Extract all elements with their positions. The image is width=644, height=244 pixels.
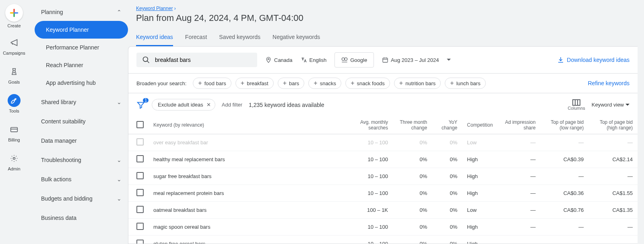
row-checkbox[interactable] — [136, 155, 144, 162]
broaden-chip[interactable]: +food bars — [193, 78, 231, 89]
column-header[interactable]: Avg. monthly searches — [350, 116, 393, 134]
sidebar-group-bulk-actions[interactable]: Bulk actions⌄ — [35, 170, 128, 188]
cell-three-month: 0% — [393, 168, 432, 185]
page-title: Plan from Aug 24, 2024, 4 PM, GMT-04:00 — [128, 13, 644, 29]
row-checkbox[interactable] — [136, 138, 144, 146]
cell-searches: 10 – 100 — [350, 236, 393, 244]
table-row[interactable]: oatmeal breakfast bars 100 – 1K 0% 0% Lo… — [128, 202, 638, 219]
search-input[interactable] — [155, 57, 252, 63]
broaden-chip[interactable]: +snacks — [308, 78, 341, 89]
tab-forecast[interactable]: Forecast — [185, 29, 207, 46]
cell-competition: Low — [462, 134, 497, 151]
filter-button[interactable]: 1 — [136, 100, 145, 109]
sidebar-item-keyword-planner[interactable]: Keyword Planner — [35, 21, 128, 39]
row-checkbox[interactable] — [136, 240, 144, 244]
broaden-chip[interactable]: +snack foods — [345, 78, 390, 89]
column-header[interactable]: Competition — [462, 116, 497, 134]
table-row[interactable]: meal replacement protein bars 10 – 100 0… — [128, 185, 638, 202]
cell-bid-low: — — [541, 236, 589, 244]
create-button[interactable] — [5, 4, 23, 22]
cell-competition: High — [462, 185, 497, 202]
sidebar-item-label: Keyword Planner — [46, 27, 89, 33]
broaden-chip[interactable]: +lunch bars — [445, 78, 485, 89]
sidebar-group-planning[interactable]: Planning⌃ — [35, 3, 128, 21]
svg-point-1 — [15, 98, 16, 99]
refine-button[interactable]: Refine keywords — [588, 80, 630, 86]
column-header[interactable]: Keyword (by relevance) — [149, 116, 350, 134]
sidebar-item-performance-planner[interactable]: Performance Planner — [35, 39, 128, 56]
date-range-selector[interactable]: Aug 2023 – Jul 2024 — [382, 57, 451, 63]
sidebar-group-business-data[interactable]: Business data — [35, 209, 128, 227]
sidebar-group-label: Troubleshooting — [41, 157, 81, 163]
language-selector[interactable]: English — [301, 57, 327, 63]
search-box[interactable] — [136, 53, 257, 67]
sidebar-group-content-suitability[interactable]: Content suitability — [35, 113, 128, 130]
row-checkbox[interactable] — [136, 223, 144, 230]
table-wrap[interactable]: Keyword (by relevance)Avg. monthly searc… — [128, 116, 638, 244]
sidebar-item-label: Reach Planner — [46, 62, 83, 68]
chip-label: food bars — [204, 80, 226, 86]
table-row[interactable]: magic spoon cereal bars 10 – 100 0% 0% H… — [128, 219, 638, 236]
applied-filter-label: Exclude adult ideas — [158, 102, 203, 108]
svg-point-8 — [342, 58, 345, 61]
sidebar-group-budgets-and-bidding[interactable]: Budgets and bidding⌄ — [35, 190, 128, 207]
column-header[interactable]: Top of page bid (low range) — [541, 116, 589, 134]
rail-item-billing[interactable]: Billing — [3, 123, 25, 142]
chip-label: breakfast — [247, 80, 268, 86]
row-checkbox[interactable] — [136, 172, 144, 179]
broaden-chip[interactable]: +bars — [278, 78, 305, 89]
add-filter-button[interactable]: Add filter — [222, 102, 242, 108]
sidebar-item-reach-planner[interactable]: Reach Planner — [35, 56, 128, 74]
rail-item-label: Campaigns — [3, 51, 25, 55]
table-row[interactable]: sugar free breakfast bars 10 – 100 0% 0%… — [128, 168, 638, 185]
cell-impression: — — [497, 185, 540, 202]
column-header[interactable]: Three month change — [393, 116, 432, 134]
sidebar-group-label: Shared library — [41, 99, 76, 105]
select-all-checkbox[interactable] — [136, 121, 144, 128]
goals-icon — [8, 65, 21, 78]
broaden-chip[interactable]: +nutrition bars — [394, 78, 441, 89]
applied-filter-chip[interactable]: Exclude adult ideas ✕ — [152, 99, 215, 111]
location-selector[interactable]: Canada — [265, 57, 293, 63]
chevron-up-icon: ⌃ — [117, 9, 122, 15]
sidebar-group-shared-library[interactable]: Shared library⌄ — [35, 93, 128, 111]
location-label: Canada — [274, 57, 293, 63]
svg-rect-11 — [383, 58, 388, 62]
view-selector[interactable]: Keyword view — [592, 102, 630, 108]
download-button[interactable]: Download keyword ideas — [557, 56, 630, 64]
rail-item-admin[interactable]: Admin — [3, 152, 25, 171]
sidebar-group-data-manager[interactable]: Data manager — [35, 132, 128, 150]
breadcrumb-link[interactable]: Keyword Planner — [136, 6, 173, 11]
tab-saved-keywords[interactable]: Saved keywords — [219, 29, 260, 46]
close-icon[interactable]: ✕ — [206, 102, 211, 108]
broaden-chip[interactable]: +breakfast — [235, 78, 274, 89]
refine-label: Refine keywords — [588, 80, 630, 86]
column-header[interactable]: Ad impression share — [497, 116, 540, 134]
cell-yoy: 0% — [432, 185, 462, 202]
row-checkbox[interactable] — [136, 206, 144, 213]
plus-icon: + — [450, 80, 454, 86]
translate-icon — [301, 57, 307, 63]
table-row[interactable]: gluten free cereal bars 10 – 100 0% 0% H… — [128, 236, 638, 244]
tab-negative-keywords[interactable]: Negative keywords — [272, 29, 320, 46]
rail-item-tools[interactable]: Tools — [3, 94, 25, 113]
table-row[interactable]: healthy meal replacement bars 10 – 100 0… — [128, 151, 638, 168]
tab-keyword-ideas[interactable]: Keyword ideas — [136, 29, 173, 46]
sidebar-group-troubleshooting[interactable]: Troubleshooting⌄ — [35, 151, 128, 169]
table-row[interactable]: over easy breakfast bar 10 – 100 0% 0% L… — [128, 134, 638, 151]
chip-label: snacks — [320, 80, 336, 86]
network-selector[interactable]: Google — [334, 52, 374, 68]
chip-label: nutrition bars — [405, 80, 436, 86]
cell-bid-high: CA$1.35 — [588, 202, 638, 219]
rail-item-campaigns[interactable]: Campaigns — [3, 36, 25, 55]
ideas-count: 1,235 keyword ideas available — [249, 102, 324, 108]
columns-button[interactable]: Columns — [568, 99, 585, 111]
sidebar-item-label: App advertising hub — [46, 80, 96, 86]
column-header[interactable]: YoY change — [432, 116, 462, 134]
row-checkbox[interactable] — [136, 189, 144, 196]
network-label: Google — [350, 57, 367, 63]
cell-bid-low: — — [541, 219, 589, 236]
sidebar-item-app-advertising-hub[interactable]: App advertising hub — [35, 74, 128, 92]
column-header[interactable]: Top of page bid (high range) — [588, 116, 638, 134]
rail-item-goals[interactable]: Goals — [3, 65, 25, 84]
